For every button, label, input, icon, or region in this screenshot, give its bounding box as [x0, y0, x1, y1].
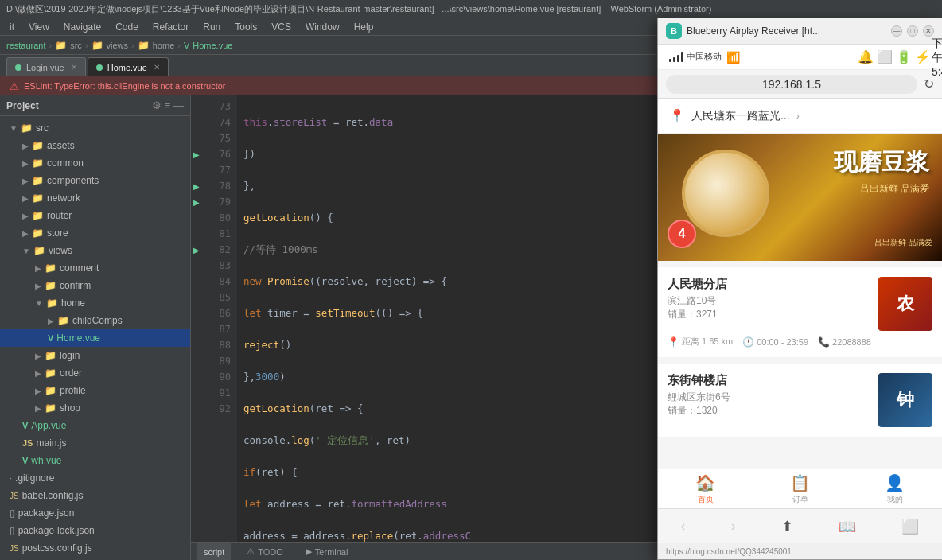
location-bar[interactable]: 📍 人民塘东一路蓝光... ›	[658, 99, 942, 134]
tree-item-assets[interactable]: ▶ 📁 assets	[0, 137, 190, 154]
carrier-text: 中国移动	[687, 51, 722, 63]
tree-label-components: components	[47, 175, 99, 186]
menu-item-vcs[interactable]: VCS	[265, 20, 298, 34]
breadcrumb-views[interactable]: views	[107, 41, 129, 50]
tab-script[interactable]: script	[197, 543, 231, 561]
tree-item-postcss[interactable]: JS postcss.config.js	[0, 539, 190, 557]
file-tree[interactable]: ▼ 📁 src ▶ 📁 assets ▶ 📁 common	[0, 116, 190, 560]
display-icon: ⬜	[877, 49, 893, 64]
tree-item-childcomps[interactable]: ▶ 📁 childComps	[0, 312, 190, 329]
tree-item-comment[interactable]: ▶ 📁 comment	[0, 259, 190, 277]
phone-win-buttons: — □ ✕	[891, 25, 934, 37]
tree-item-store[interactable]: ▶ 📁 store	[0, 224, 190, 242]
tree-item-appvue[interactable]: V App.vue	[0, 417, 190, 434]
tree-item-home[interactable]: ▼ 📁 home	[0, 294, 190, 312]
browser-forward-button[interactable]: ›	[723, 518, 744, 535]
tree-item-shop[interactable]: ▶ 📁 shop	[0, 399, 190, 417]
nav-item-order[interactable]: 📋 订单	[753, 470, 847, 508]
alarm-icon: 🔔	[858, 49, 874, 64]
browser-back-button[interactable]: ‹	[673, 518, 694, 535]
gutter-92	[191, 401, 202, 417]
menu-item-help[interactable]: Help	[348, 20, 380, 34]
tree-item-packagejson[interactable]: {} package.json	[0, 504, 190, 522]
breadcrumb-src[interactable]: src	[70, 41, 82, 50]
charging-icon: ⚡	[915, 49, 931, 64]
folder-icon-views: 📁	[33, 245, 45, 256]
tree-item-network[interactable]: ▶ 📁 network	[0, 189, 190, 207]
phone-maximize-button[interactable]: □	[907, 25, 918, 37]
menu-item-it[interactable]: it	[3, 20, 21, 34]
tree-item-views[interactable]: ▼ 📁 views	[0, 242, 190, 259]
folder-icon-comment: 📁	[45, 262, 56, 274]
phone-icon: 📞	[818, 336, 830, 348]
tree-item-packagelock[interactable]: {} package-lock.json	[0, 522, 190, 539]
browser-tabs-button[interactable]: ⬜	[893, 518, 927, 535]
store-1-meta: 📍 距离 1.65 km 🕐 00:00 - 23:59 📞 22088888	[668, 336, 932, 348]
tab-login-label: Login.vue	[26, 63, 64, 72]
tree-item-mainjs[interactable]: JS main.js	[0, 434, 190, 452]
menu-item-code[interactable]: Code	[109, 20, 145, 34]
nav-item-profile[interactable]: 👤 我的	[847, 470, 942, 508]
tree-item-whvue[interactable]: V wh.vue	[0, 452, 190, 469]
file-mainjs-icon: JS	[22, 438, 33, 448]
url-container[interactable]: 192.168.1.5	[666, 75, 917, 94]
tree-item-babel[interactable]: JS babel.config.js	[0, 487, 190, 504]
tree-item-order[interactable]: ▶ 📁 order	[0, 364, 190, 382]
tree-item-src[interactable]: ▼ 📁 src	[0, 119, 190, 137]
menu-item-tools[interactable]: Tools	[228, 20, 263, 34]
tree-item-readme[interactable]: MD README.md	[0, 557, 190, 560]
menu-item-window[interactable]: Window	[299, 20, 346, 34]
tree-item-profile[interactable]: ▶ 📁 profile	[0, 382, 190, 399]
store-1-thumb-inner: 农	[878, 277, 932, 331]
store-card-1[interactable]: 人民塘分店 滨江路10号 销量：3271 农 📍 距离 1.65 km	[658, 267, 942, 357]
tree-item-confirm[interactable]: ▶ 📁 confirm	[0, 277, 190, 294]
location-pin-icon: 📍	[669, 108, 685, 123]
file-dot-icon: ·	[10, 473, 12, 483]
gutter-85	[191, 290, 202, 305]
store-1-hours: 🕐 00:00 - 23:59	[742, 336, 808, 348]
tree-item-common[interactable]: ▶ 📁 common	[0, 154, 190, 172]
hours-icon: 🕐	[742, 336, 754, 348]
tree-item-router[interactable]: ▶ 📁 router	[0, 207, 190, 224]
tree-item-gitignore[interactable]: · .gitignore	[0, 469, 190, 487]
browser-share-button[interactable]: ⬆	[773, 518, 801, 535]
folder-icon-common: 📁	[32, 158, 44, 169]
tree-label-shop: shop	[60, 402, 80, 414]
breadcrumb-restaurant[interactable]: restaurant	[6, 41, 46, 50]
tab-terminal[interactable]: ▶ Terminal	[299, 543, 355, 561]
tab-homevue[interactable]: Home.vue ✕	[88, 57, 169, 76]
tree-item-homevue[interactable]: V Home.vue	[0, 329, 190, 347]
menu-item-refactor[interactable]: Refactor	[146, 20, 195, 34]
tree-item-components[interactable]: ▶ 📁 components	[0, 172, 190, 189]
nav-item-home[interactable]: 🏠 首页	[658, 470, 753, 508]
breadcrumb-home[interactable]: home	[153, 41, 175, 50]
folder-icon-profile: 📁	[45, 385, 56, 396]
tree-item-login[interactable]: ▶ 📁 login	[0, 347, 190, 364]
tab-login-close[interactable]: ✕	[71, 63, 77, 72]
tab-home-close[interactable]: ✕	[154, 63, 160, 72]
browser-bookmark-button[interactable]: 📖	[831, 518, 864, 535]
gutter-75	[191, 130, 202, 146]
menu-item-view[interactable]: View	[22, 20, 56, 34]
store-card-2[interactable]: 东街钟楼店 鲤城区东街6号 销量：1320 钟	[658, 364, 942, 437]
menu-item-run[interactable]: Run	[197, 20, 227, 34]
gutter-78: ▶	[191, 178, 202, 194]
tab-login[interactable]: Login.vue ✕	[6, 57, 86, 76]
tree-label-views: views	[49, 245, 72, 256]
file-whvue-icon: V	[22, 456, 28, 465]
tree-label-order: order	[60, 368, 82, 379]
breadcrumb-homevue[interactable]: Home.vue	[193, 41, 232, 50]
bottom-url-text: https://blog.csdn.net/QQ344245001	[666, 547, 792, 556]
signal-bar-2	[673, 57, 675, 62]
tab-todo[interactable]: ⚠ TODO	[240, 543, 290, 561]
phone-close-button[interactable]: ✕	[923, 25, 934, 37]
phone-content[interactable]: 📍 人民塘东一路蓝光... › 现磨豆浆 吕出新鲜 品满爱 4 吕出新鲜 品满爱	[658, 99, 942, 469]
refresh-button[interactable]: ↻	[924, 76, 934, 91]
store-card-2-top: 东街钟楼店 鲤城区东街6号 销量：1320 钟	[668, 373, 932, 427]
signal-bar-4	[681, 52, 683, 62]
phone-minimize-button[interactable]: —	[891, 25, 902, 37]
folder-icon-3: 📁	[138, 40, 150, 51]
arrow-icon-profile: ▶	[35, 387, 41, 395]
gutter-77	[191, 162, 202, 178]
menu-item-navigate[interactable]: Navigate	[57, 20, 107, 34]
